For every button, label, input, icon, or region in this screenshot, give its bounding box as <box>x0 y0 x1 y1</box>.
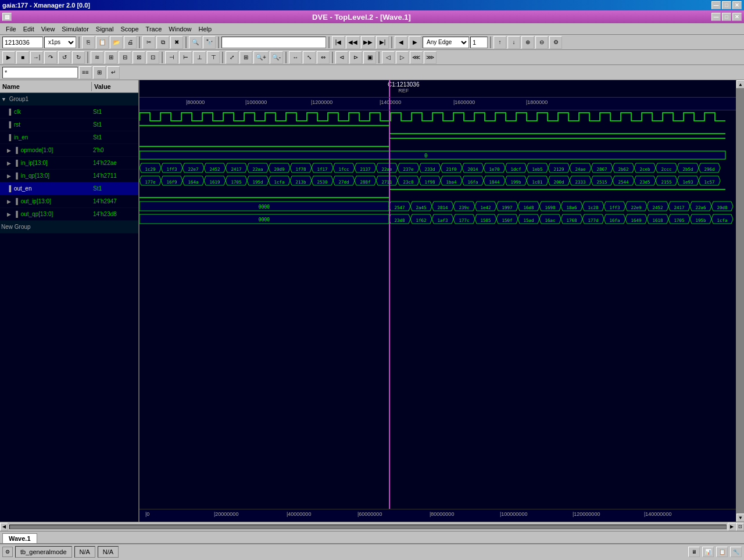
tb2-wave4[interactable]: ⊠ <box>133 51 145 64</box>
tb-btn-search[interactable]: 🔍 <box>189 36 202 49</box>
tb2-fwd[interactable]: ↻ <box>72 51 85 64</box>
menu-view[interactable]: View <box>38 24 59 34</box>
h-scroll-thumb[interactable] <box>9 525 727 529</box>
tb-nav-end[interactable]: ▶| <box>376 36 389 49</box>
filter-grid-btn[interactable]: ⊞ <box>93 66 106 79</box>
tb-edge-next[interactable]: ▶ <box>409 36 421 49</box>
signal-row-opmode[interactable]: ▶ ▐ opmode[1:0] 2'h0 <box>0 144 138 157</box>
tb2-run[interactable]: ▶ <box>2 51 15 64</box>
menu-file[interactable]: File <box>2 24 20 34</box>
scroll-track[interactable] <box>736 88 744 514</box>
app-close-btn[interactable]: ✕ <box>732 13 742 21</box>
out-ip-expand[interactable]: ▶ <box>7 199 11 204</box>
menu-help[interactable]: Help <box>195 24 215 34</box>
tb-nav-next[interactable]: ▶▶ <box>361 36 375 49</box>
tb-signal-expand[interactable]: ⊕ <box>521 36 534 49</box>
app-maximize-btn[interactable]: □ <box>722 13 731 21</box>
menu-window[interactable]: Window <box>165 24 195 34</box>
tb2-m3[interactable]: ▣ <box>363 51 376 64</box>
tb2-wave5[interactable]: ⊡ <box>146 51 159 64</box>
tb-nav-start[interactable]: |◀ <box>332 36 345 49</box>
signal-row-in-ip[interactable]: ▶ ▐ in_ip[13:0] 14'h22ae <box>0 157 138 170</box>
status-btn4[interactable]: 🔧 <box>730 547 742 557</box>
tb-btn-print[interactable]: 🖨 <box>124 36 137 49</box>
filter-apply-btn[interactable]: ↵ <box>107 66 120 79</box>
out-qp-expand[interactable]: ▶ <box>7 211 11 217</box>
in-ip-expand[interactable]: ▶ <box>7 160 11 166</box>
signal-filter-input[interactable] <box>2 67 78 78</box>
tb-signal-collapse[interactable]: ⊖ <box>535 36 548 49</box>
tb2-scroll-left[interactable]: ◁ <box>382 51 395 64</box>
edge-type-select[interactable]: Any Edge <box>423 37 469 48</box>
tb-btn-open[interactable]: 📂 <box>110 36 123 49</box>
tb2-step[interactable]: →| <box>30 51 43 64</box>
tb2-m2[interactable]: ⊳ <box>349 51 362 64</box>
in-qp-expand[interactable]: ▶ <box>7 173 11 179</box>
tb-signal-up[interactable]: ↑ <box>493 36 506 49</box>
tb2-zoom-out[interactable]: 🔍- <box>270 51 283 64</box>
tb2-cursor3[interactable]: ⊥ <box>193 51 206 64</box>
tb-btn-binoculars[interactable]: 🔭 <box>203 36 216 49</box>
signal-row-out-ip[interactable]: ▶ ▐ out_ip[13:0] 14'h2947 <box>0 195 138 208</box>
tb2-zoom-sel[interactable]: ⊞ <box>239 51 252 64</box>
menu-edit[interactable]: Edit <box>20 24 38 34</box>
waveform-rows[interactable]: 0 1c291ff322e72452241722aa20d91f781f171f… <box>140 110 736 509</box>
h-scroll-right[interactable]: ▶ <box>728 523 736 531</box>
group1-expand[interactable]: ▼ <box>1 96 6 102</box>
tb-signal-down[interactable]: ↓ <box>507 36 520 49</box>
tb2-cursor2[interactable]: ⊢ <box>179 51 192 64</box>
scroll-up-btn[interactable]: ▲ <box>736 80 744 88</box>
h-scroll-end[interactable]: ⊡ <box>736 523 744 531</box>
tb2-wave3[interactable]: ⊟ <box>119 51 131 64</box>
tb-nav-prev[interactable]: ◀◀ <box>346 36 360 49</box>
time-unit-select[interactable]: x1ps <box>44 37 76 48</box>
h-scroll-left[interactable]: ◀ <box>0 523 8 531</box>
status-btn3[interactable]: 📋 <box>716 547 728 557</box>
search-bar[interactable] <box>221 37 326 48</box>
status-btn1[interactable]: 🖥 <box>688 547 700 557</box>
menu-signal[interactable]: Signal <box>92 24 117 34</box>
status-btn2[interactable]: 📊 <box>702 547 714 557</box>
tb2-cursor4[interactable]: ⊤ <box>207 51 220 64</box>
tb2-scroll-right[interactable]: ▷ <box>396 51 409 64</box>
tb-btn-cut[interactable]: ✂ <box>142 36 155 49</box>
scroll-down-btn[interactable]: ▼ <box>736 514 744 522</box>
signal-row-new-group[interactable]: New Group <box>0 221 138 234</box>
tb2-stop[interactable]: ■ <box>16 51 29 64</box>
signal-row-in-en[interactable]: ▐ in_en St1 <box>0 131 138 144</box>
tb-edge-prev[interactable]: ◀ <box>395 36 407 49</box>
tb2-zoom-fit[interactable]: ⤢ <box>226 51 238 64</box>
tb2-scroll-right2[interactable]: ⋙ <box>424 51 437 64</box>
time-input[interactable] <box>2 37 43 48</box>
opmode-expand[interactable]: ▶ <box>7 148 11 153</box>
menu-trace[interactable]: Trace <box>142 24 166 34</box>
tb2-z3[interactable]: ⇔ <box>317 51 330 64</box>
edge-count-input[interactable] <box>470 37 488 48</box>
signal-row-in-qp[interactable]: ▶ ▐ in_qp[13:0] 14'h2711 <box>0 170 138 182</box>
tb2-z1[interactable]: ↔ <box>289 51 302 64</box>
signal-row-out-en[interactable]: ▐ out_en St1 <box>0 182 138 195</box>
tb2-zoom-in[interactable]: 🔍+ <box>253 51 269 64</box>
tb2-m1[interactable]: ⊲ <box>335 51 348 64</box>
app-minimize-btn[interactable]: — <box>711 13 721 21</box>
signal-row-group1[interactable]: ▼ Group1 <box>0 93 138 106</box>
signal-row-clk[interactable]: ▐ clk St1 <box>0 106 138 119</box>
tb2-wave1[interactable]: ≋ <box>91 51 103 64</box>
tb2-wave2[interactable]: ⊞ <box>105 51 117 64</box>
signal-row-out-qp[interactable]: ▶ ▐ out_qp[13:0] 14'h23d8 <box>0 208 138 221</box>
filter-mode-btn[interactable]: ≡≡ <box>79 66 92 79</box>
signal-row-rst[interactable]: ▐ rst St1 <box>0 119 138 131</box>
os-close-btn[interactable]: ✕ <box>732 1 742 9</box>
tb-btn-copy[interactable]: ⎘ <box>82 36 95 49</box>
os-minimize-btn[interactable]: — <box>711 1 721 9</box>
menu-simulator[interactable]: Simulator <box>58 24 92 34</box>
tb-btn-delete[interactable]: ✖ <box>170 36 183 49</box>
app-menu-icon[interactable]: ▤ <box>2 13 12 21</box>
tb2-back[interactable]: ↺ <box>58 51 71 64</box>
vertical-scrollbar[interactable]: ▲ ▼ <box>736 80 744 522</box>
tb-btn-copy2[interactable]: ⧉ <box>156 36 169 49</box>
tab-wave1[interactable]: Wave.1 <box>2 533 37 543</box>
tb2-scroll-left2[interactable]: ⋘ <box>410 51 423 64</box>
tb2-cursor1[interactable]: ⊣ <box>165 51 178 64</box>
tb-signal-settings[interactable]: ⚙ <box>549 36 562 49</box>
